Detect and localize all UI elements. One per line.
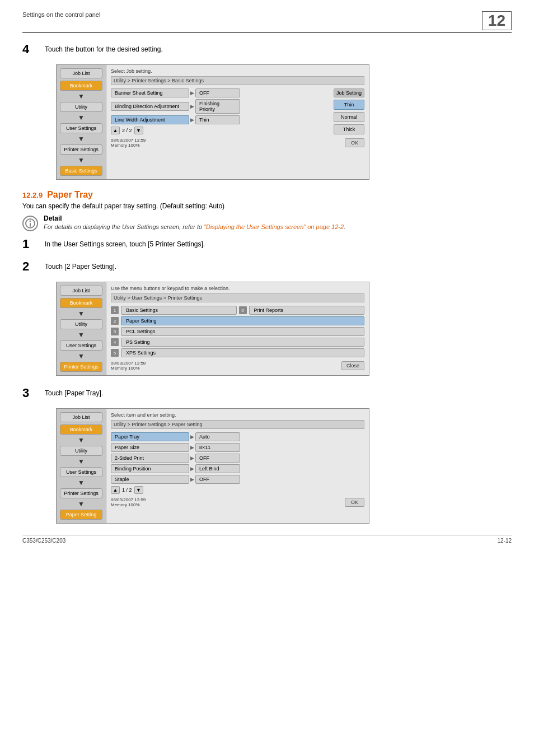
panel-3-footer: 08/03/2007 13:59 Memory 100% OK bbox=[111, 497, 364, 507]
job-setting-thin[interactable]: Thin bbox=[334, 100, 364, 110]
panel-1-main: Select Job setting. Utility > Printer Se… bbox=[106, 65, 369, 179]
panel-3-row-1: Paper Tray ▶ Auto bbox=[111, 432, 364, 441]
panel-1-row-3-value[interactable]: Thin bbox=[195, 115, 240, 124]
sidebar-job-list-3[interactable]: Job List bbox=[60, 412, 102, 422]
panel-1-sidebar: Job List Bookmark ▼ Utility ▼ User Setti… bbox=[57, 65, 106, 179]
sidebar-user-settings-1[interactable]: User Settings bbox=[60, 123, 102, 133]
sidebar-printer-settings-3[interactable]: Printer Settings bbox=[60, 488, 102, 498]
panel-2-row-6-num: 6 bbox=[239, 306, 247, 314]
panel-1-row-2-value[interactable]: Finishing Priority bbox=[195, 99, 240, 114]
sidebar-bookmark-3[interactable]: Bookmark bbox=[60, 424, 102, 435]
panel-1-row-3-label[interactable]: Line Width Adjustment bbox=[111, 115, 189, 124]
sidebar-arrow-10: ▼ bbox=[78, 479, 85, 486]
sidebar-utility-2[interactable]: Utility bbox=[60, 319, 102, 329]
step-3-text: Touch [Paper Tray]. bbox=[45, 386, 103, 397]
sidebar-paper-setting-3[interactable]: Paper Setting bbox=[60, 510, 102, 520]
panel-3-nav-next[interactable]: ▼ bbox=[134, 486, 143, 494]
panel-2-row-2: 2 Paper Setting bbox=[111, 316, 364, 325]
panel-3-2sided-value[interactable]: OFF bbox=[195, 454, 240, 463]
panel-1-ok-btn[interactable]: OK bbox=[345, 138, 364, 147]
job-setting-normal[interactable]: Normal bbox=[334, 112, 364, 122]
panel-3: Job List Bookmark ▼ Utility ▼ User Setti… bbox=[56, 408, 369, 524]
sidebar-arrow-5: ▼ bbox=[78, 310, 85, 317]
panel-2-row-3: 3 PCL Settings bbox=[111, 327, 364, 336]
section-title: Paper Tray bbox=[47, 190, 93, 200]
panel-2-btn-pcl-settings[interactable]: PCL Settings bbox=[121, 327, 364, 336]
sidebar-user-settings-3[interactable]: User Settings bbox=[60, 467, 102, 477]
panel-3-staple-value[interactable]: OFF bbox=[195, 475, 240, 484]
panel-1-row-2-label[interactable]: Binding Direction Adjustment bbox=[111, 102, 189, 111]
panel-1-nav-prev[interactable]: ▲ bbox=[111, 127, 120, 134]
step-1: 1 In the User Settings screen, touch [5 … bbox=[22, 237, 512, 251]
panel-1-nav-page: 2 / 2 bbox=[122, 128, 132, 133]
sidebar-basic-settings-1[interactable]: Basic Settings bbox=[60, 166, 102, 176]
sidebar-job-list-2[interactable]: Job List bbox=[60, 286, 102, 296]
panel-3-row-3: 2-Sided Print ▶ OFF bbox=[111, 454, 364, 463]
panel-1-nav-next[interactable]: ▼ bbox=[134, 127, 143, 134]
step-3: 3 Touch [Paper Tray]. bbox=[22, 386, 512, 400]
step-1-num: 1 bbox=[22, 237, 45, 251]
panel-2-row-3-num: 3 bbox=[111, 328, 119, 335]
step-2: 2 Touch [2 Paper Setting]. bbox=[22, 259, 512, 274]
panel-1-row-1-label[interactable]: Banner Sheet Setting bbox=[111, 88, 189, 97]
panel-2-btn-basic-settings[interactable]: Basic Settings bbox=[121, 306, 237, 315]
section-num: 12.2.9 bbox=[22, 191, 43, 199]
panel-3-binding-value[interactable]: Left Bind bbox=[195, 464, 240, 473]
svg-point-1 bbox=[30, 221, 31, 222]
sidebar-printer-settings-2[interactable]: Printer Settings bbox=[60, 362, 102, 372]
panel-3-paper-size-label[interactable]: Paper Size bbox=[111, 443, 189, 452]
panel-3-ok-btn[interactable]: OK bbox=[345, 498, 364, 507]
sidebar-arrow-6: ▼ bbox=[78, 332, 85, 338]
panel-1-top: Select Job setting. bbox=[111, 68, 364, 74]
panel-3-paper-tray-label[interactable]: Paper Tray bbox=[111, 432, 189, 441]
panel-3-paper-tray-value[interactable]: Auto bbox=[195, 432, 240, 441]
panel-1-footer-date: 08/03/2007 13:59 Memory 100% bbox=[111, 138, 146, 148]
panel-3-nav-page: 1 / 2 bbox=[122, 487, 132, 493]
step-2-text: Touch [2 Paper Setting]. bbox=[45, 259, 116, 270]
header-title: Settings on the control panel bbox=[22, 11, 100, 18]
panel-2-main: Use the menu buttons or keypad to make a… bbox=[106, 282, 369, 375]
sidebar-utility-1[interactable]: Utility bbox=[60, 102, 102, 112]
page-footer: C353/C253/C203 12-12 bbox=[22, 535, 512, 544]
job-setting-title: Job Setting bbox=[334, 88, 364, 97]
panel-2-row-4: 4 PS Setting bbox=[111, 338, 364, 347]
sidebar-utility-3[interactable]: Utility bbox=[60, 446, 102, 456]
panel-3-paper-size-value[interactable]: 8×11 bbox=[195, 443, 240, 452]
detail-label: Detail bbox=[44, 214, 345, 222]
panel-3-main: Select item and enter setting. Utility >… bbox=[106, 409, 369, 523]
sidebar-arrow-4: ▼ bbox=[78, 157, 85, 164]
panel-2-btn-ps-setting[interactable]: PS Setting bbox=[121, 338, 364, 347]
page-header: Settings on the control panel 12 bbox=[22, 11, 512, 33]
section-desc: You can specify the default paper tray s… bbox=[22, 202, 512, 210]
sidebar-user-settings-2[interactable]: User Settings bbox=[60, 340, 102, 351]
panel-2-btn-xps-settings[interactable]: XPS Settings bbox=[121, 348, 364, 357]
panel-3-nav-prev[interactable]: ▲ bbox=[111, 486, 120, 494]
panel-2-row-1-num: 1 bbox=[111, 306, 119, 314]
footer-left: C353/C253/C203 bbox=[22, 538, 65, 544]
panel-3-binding-label[interactable]: Binding Position bbox=[111, 464, 189, 473]
panel-1-row-1-value[interactable]: OFF bbox=[195, 88, 240, 97]
sidebar-arrow-9: ▼ bbox=[78, 458, 85, 465]
sidebar-arrow-7: ▼ bbox=[78, 353, 85, 360]
panel-3-top: Select item and enter setting. bbox=[111, 412, 364, 418]
panel-2-footer: 08/03/2007 13:58 Memory 100% Close bbox=[111, 361, 364, 371]
panel-2-row-5-num: 5 bbox=[111, 349, 119, 357]
sidebar-printer-settings-1[interactable]: Printer Settings bbox=[60, 144, 102, 155]
sidebar-job-list-1[interactable]: Job List bbox=[60, 68, 102, 78]
detail-content: Detail For details on displaying the Use… bbox=[44, 214, 345, 230]
section-heading: 12.2.9 Paper Tray bbox=[22, 190, 512, 200]
job-setting-thick[interactable]: Thick bbox=[334, 124, 364, 134]
sidebar-bookmark-1[interactable]: Bookmark bbox=[60, 81, 102, 91]
panel-2-row-4-num: 4 bbox=[111, 338, 119, 346]
panel-2-btn-paper-setting[interactable]: Paper Setting bbox=[121, 316, 364, 325]
panel-2-row-1: 1 Basic Settings 6 Print Reports bbox=[111, 306, 364, 315]
panel-2-btn-print-reports[interactable]: Print Reports bbox=[249, 306, 365, 315]
panel-2-row-2-num: 2 bbox=[111, 317, 119, 325]
panel-3-2sided-label[interactable]: 2-Sided Print bbox=[111, 454, 189, 463]
sidebar-bookmark-2[interactable]: Bookmark bbox=[60, 298, 102, 308]
detail-link[interactable]: "Displaying the User Settings screen" on… bbox=[204, 223, 344, 230]
detail-icon bbox=[22, 216, 38, 231]
panel-2-close-btn[interactable]: Close bbox=[341, 361, 364, 370]
panel-3-staple-label[interactable]: Staple bbox=[111, 475, 189, 484]
panel-3-row-5: Staple ▶ OFF bbox=[111, 475, 364, 484]
